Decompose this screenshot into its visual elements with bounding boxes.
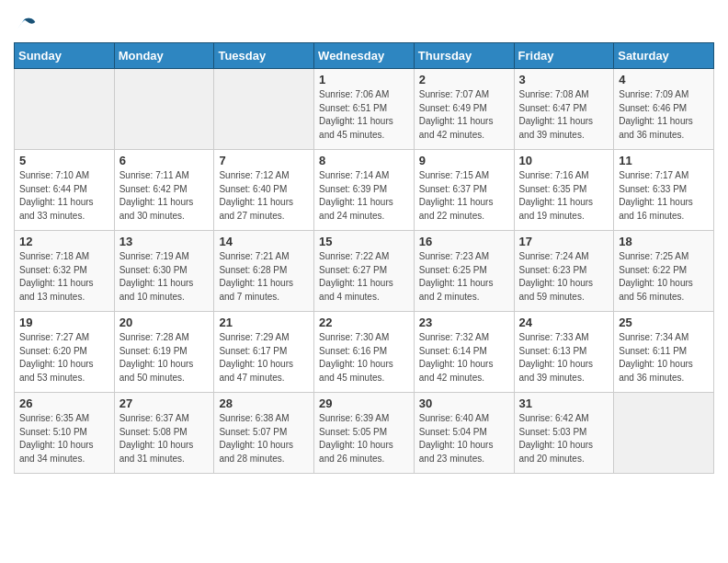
- weekday-header-cell: Saturday: [614, 43, 714, 69]
- calendar-day-cell: 6Sunrise: 7:11 AMSunset: 6:42 PMDaylight…: [114, 150, 214, 231]
- day-number: 19: [19, 316, 109, 329]
- weekday-header-cell: Wednesday: [314, 43, 415, 69]
- day-number: 8: [319, 154, 409, 167]
- calendar-day-cell: 29Sunrise: 6:39 AMSunset: 5:05 PMDayligh…: [314, 393, 415, 474]
- day-number: 4: [619, 73, 709, 86]
- day-number: 15: [319, 235, 409, 248]
- calendar-day-cell: 12Sunrise: 7:18 AMSunset: 6:32 PMDayligh…: [15, 231, 115, 312]
- weekday-header-cell: Thursday: [414, 43, 514, 69]
- day-number: 30: [419, 396, 509, 410]
- calendar-day-cell: 9Sunrise: 7:15 AMSunset: 6:37 PMDaylight…: [414, 150, 514, 231]
- day-info: Sunrise: 7:21 AMSunset: 6:28 PMDaylight:…: [219, 250, 309, 304]
- day-info: Sunrise: 7:14 AMSunset: 6:39 PMDaylight:…: [319, 169, 409, 223]
- day-info: Sunrise: 6:38 AMSunset: 5:07 PMDaylight:…: [219, 412, 309, 465]
- calendar-day-cell: 30Sunrise: 6:40 AMSunset: 5:04 PMDayligh…: [414, 393, 514, 474]
- calendar-day-cell: 13Sunrise: 7:19 AMSunset: 6:30 PMDayligh…: [114, 231, 214, 312]
- day-info: Sunrise: 7:09 AMSunset: 6:46 PMDaylight:…: [619, 88, 709, 142]
- calendar-day-cell: 17Sunrise: 7:24 AMSunset: 6:23 PMDayligh…: [514, 231, 614, 312]
- calendar-day-cell: 18Sunrise: 7:25 AMSunset: 6:22 PMDayligh…: [614, 231, 714, 312]
- day-info: Sunrise: 6:35 AMSunset: 5:10 PMDaylight:…: [19, 412, 109, 465]
- day-info: Sunrise: 7:27 AMSunset: 6:20 PMDaylight:…: [19, 331, 109, 385]
- calendar-day-cell: 22Sunrise: 7:30 AMSunset: 6:16 PMDayligh…: [314, 312, 415, 393]
- day-number: 2: [419, 73, 509, 86]
- day-info: Sunrise: 7:06 AMSunset: 6:51 PMDaylight:…: [319, 88, 409, 142]
- calendar-day-cell: 10Sunrise: 7:16 AMSunset: 6:35 PMDayligh…: [514, 150, 614, 231]
- day-number: 25: [619, 316, 709, 329]
- calendar-week-row: 26Sunrise: 6:35 AMSunset: 5:10 PMDayligh…: [15, 393, 714, 474]
- calendar-body: 1Sunrise: 7:06 AMSunset: 6:51 PMDaylight…: [15, 69, 714, 474]
- calendar-day-cell: 5Sunrise: 7:10 AMSunset: 6:44 PMDaylight…: [15, 150, 115, 231]
- day-info: Sunrise: 7:15 AMSunset: 6:37 PMDaylight:…: [419, 169, 509, 223]
- calendar-day-cell: 31Sunrise: 6:42 AMSunset: 5:03 PMDayligh…: [514, 393, 614, 474]
- day-number: 17: [519, 235, 609, 248]
- calendar-day-cell: 21Sunrise: 7:29 AMSunset: 6:17 PMDayligh…: [214, 312, 314, 393]
- day-number: 23: [419, 316, 509, 329]
- day-number: 26: [19, 396, 109, 410]
- logo: [14, 9, 41, 35]
- calendar-day-cell: [114, 69, 214, 150]
- calendar-week-row: 1Sunrise: 7:06 AMSunset: 6:51 PMDaylight…: [15, 69, 714, 150]
- weekday-header-cell: Friday: [514, 43, 614, 69]
- calendar-day-cell: 26Sunrise: 6:35 AMSunset: 5:10 PMDayligh…: [15, 393, 115, 474]
- calendar-day-cell: 27Sunrise: 6:37 AMSunset: 5:08 PMDayligh…: [114, 393, 214, 474]
- calendar-day-cell: 7Sunrise: 7:12 AMSunset: 6:40 PMDaylight…: [214, 150, 314, 231]
- calendar-table: SundayMondayTuesdayWednesdayThursdayFrid…: [14, 42, 714, 474]
- day-number: 11: [619, 154, 709, 167]
- day-info: Sunrise: 6:42 AMSunset: 5:03 PMDaylight:…: [519, 412, 609, 465]
- calendar-container: SundayMondayTuesdayWednesdayThursdayFrid…: [0, 0, 728, 483]
- day-info: Sunrise: 7:28 AMSunset: 6:19 PMDaylight:…: [119, 331, 210, 385]
- day-info: Sunrise: 6:40 AMSunset: 5:04 PMDaylight:…: [419, 412, 509, 465]
- day-number: 22: [319, 316, 409, 329]
- calendar-week-row: 5Sunrise: 7:10 AMSunset: 6:44 PMDaylight…: [15, 150, 714, 231]
- day-info: Sunrise: 7:22 AMSunset: 6:27 PMDaylight:…: [319, 250, 409, 304]
- day-number: 3: [519, 73, 609, 86]
- weekday-header-cell: Sunday: [15, 43, 115, 69]
- day-number: 31: [519, 396, 609, 410]
- calendar-week-row: 19Sunrise: 7:27 AMSunset: 6:20 PMDayligh…: [15, 312, 714, 393]
- day-number: 9: [419, 154, 509, 167]
- day-info: Sunrise: 6:37 AMSunset: 5:08 PMDaylight:…: [119, 412, 210, 465]
- day-number: 16: [419, 235, 509, 248]
- calendar-week-row: 12Sunrise: 7:18 AMSunset: 6:32 PMDayligh…: [15, 231, 714, 312]
- weekday-header-cell: Monday: [114, 43, 214, 69]
- day-number: 7: [219, 154, 309, 167]
- day-number: 14: [219, 235, 309, 248]
- day-info: Sunrise: 7:34 AMSunset: 6:11 PMDaylight:…: [619, 331, 709, 385]
- calendar-day-cell: 4Sunrise: 7:09 AMSunset: 6:46 PMDaylight…: [614, 69, 714, 150]
- day-info: Sunrise: 7:11 AMSunset: 6:42 PMDaylight:…: [119, 169, 210, 223]
- day-number: 6: [119, 154, 210, 167]
- day-info: Sunrise: 7:32 AMSunset: 6:14 PMDaylight:…: [419, 331, 509, 385]
- calendar-day-cell: 2Sunrise: 7:07 AMSunset: 6:49 PMDaylight…: [414, 69, 514, 150]
- day-number: 1: [319, 73, 409, 86]
- calendar-day-cell: 1Sunrise: 7:06 AMSunset: 6:51 PMDaylight…: [314, 69, 415, 150]
- weekday-header-cell: Tuesday: [214, 43, 314, 69]
- calendar-day-cell: 19Sunrise: 7:27 AMSunset: 6:20 PMDayligh…: [15, 312, 115, 393]
- day-number: 21: [219, 316, 309, 329]
- day-info: Sunrise: 7:23 AMSunset: 6:25 PMDaylight:…: [419, 250, 509, 304]
- day-info: Sunrise: 7:08 AMSunset: 6:47 PMDaylight:…: [519, 88, 609, 142]
- day-number: 27: [119, 396, 210, 410]
- calendar-day-cell: 25Sunrise: 7:34 AMSunset: 6:11 PMDayligh…: [614, 312, 714, 393]
- day-info: Sunrise: 6:39 AMSunset: 5:05 PMDaylight:…: [319, 412, 409, 465]
- calendar-day-cell: 3Sunrise: 7:08 AMSunset: 6:47 PMDaylight…: [514, 69, 614, 150]
- calendar-day-cell: 28Sunrise: 6:38 AMSunset: 5:07 PMDayligh…: [214, 393, 314, 474]
- logo-icon: [14, 9, 40, 35]
- day-info: Sunrise: 7:17 AMSunset: 6:33 PMDaylight:…: [619, 169, 709, 223]
- day-info: Sunrise: 7:12 AMSunset: 6:40 PMDaylight:…: [219, 169, 309, 223]
- day-info: Sunrise: 7:07 AMSunset: 6:49 PMDaylight:…: [419, 88, 509, 142]
- day-number: 24: [519, 316, 609, 329]
- calendar-day-cell: 24Sunrise: 7:33 AMSunset: 6:13 PMDayligh…: [514, 312, 614, 393]
- day-info: Sunrise: 7:29 AMSunset: 6:17 PMDaylight:…: [219, 331, 309, 385]
- day-number: 20: [119, 316, 210, 329]
- day-number: 12: [19, 235, 109, 248]
- calendar-day-cell: 23Sunrise: 7:32 AMSunset: 6:14 PMDayligh…: [414, 312, 514, 393]
- calendar-day-cell: 15Sunrise: 7:22 AMSunset: 6:27 PMDayligh…: [314, 231, 415, 312]
- day-info: Sunrise: 7:16 AMSunset: 6:35 PMDaylight:…: [519, 169, 609, 223]
- calendar-day-cell: 20Sunrise: 7:28 AMSunset: 6:19 PMDayligh…: [114, 312, 214, 393]
- weekday-header-row: SundayMondayTuesdayWednesdayThursdayFrid…: [15, 43, 714, 69]
- day-info: Sunrise: 7:30 AMSunset: 6:16 PMDaylight:…: [319, 331, 409, 385]
- calendar-day-cell: 8Sunrise: 7:14 AMSunset: 6:39 PMDaylight…: [314, 150, 415, 231]
- day-info: Sunrise: 7:18 AMSunset: 6:32 PMDaylight:…: [19, 250, 109, 304]
- day-info: Sunrise: 7:24 AMSunset: 6:23 PMDaylight:…: [519, 250, 609, 304]
- calendar-day-cell: 11Sunrise: 7:17 AMSunset: 6:33 PMDayligh…: [614, 150, 714, 231]
